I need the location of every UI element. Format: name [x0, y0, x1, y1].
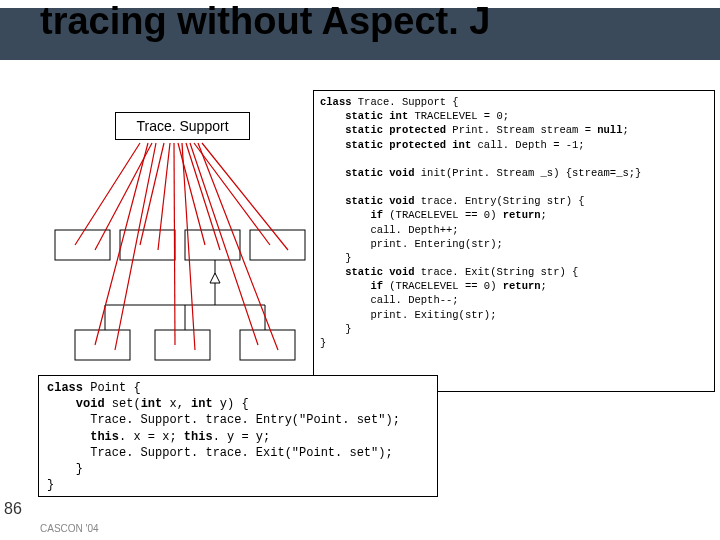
svg-rect-3 [250, 230, 305, 260]
code-point: class Point { void set(int x, int y) { T… [38, 375, 438, 497]
svg-line-24 [174, 143, 175, 345]
footer-text: CASCON '04 [40, 523, 99, 534]
code-tracesupport: class Trace. Support { static int TRACEL… [313, 90, 715, 392]
svg-rect-2 [185, 230, 240, 260]
svg-rect-6 [240, 330, 295, 360]
slide-title: tracing without Aspect. J [40, 0, 490, 43]
class-diagram [40, 95, 330, 405]
svg-rect-5 [155, 330, 210, 360]
page-number: 86 [4, 500, 22, 518]
svg-marker-8 [210, 273, 220, 283]
trace-support-box: Trace. Support [115, 112, 250, 140]
svg-rect-0 [55, 230, 110, 260]
svg-rect-1 [120, 230, 175, 260]
svg-rect-4 [75, 330, 130, 360]
